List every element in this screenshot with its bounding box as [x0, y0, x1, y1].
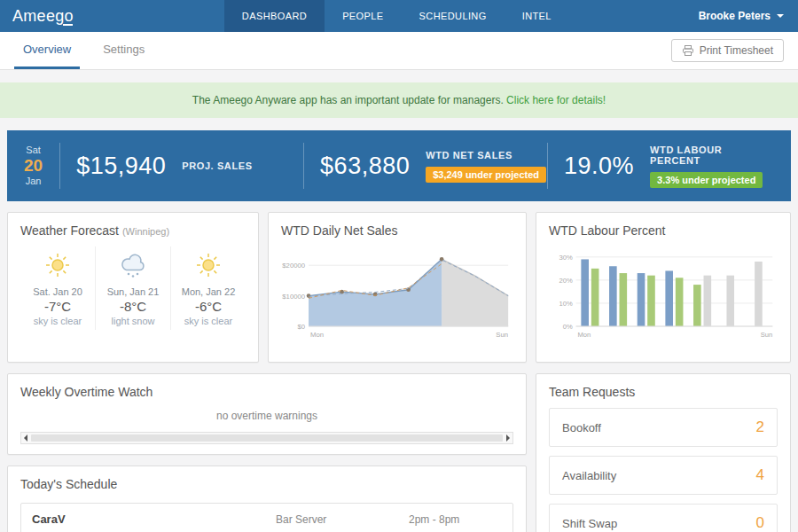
- schedule-row[interactable]: CaraV Bar Server 2pm - 8pm: [20, 503, 513, 532]
- svg-text:20%: 20%: [559, 277, 572, 285]
- banner-text: The Ameego Anyware app has an important …: [192, 94, 504, 106]
- request-label: Shift Swap: [562, 517, 617, 530]
- labour-chart: 0%10%20%30%MonSun: [549, 241, 778, 346]
- tab-settings[interactable]: Settings: [94, 32, 153, 69]
- scrollbar-thumb[interactable]: [31, 434, 503, 442]
- nav-item-people[interactable]: PEOPLE: [325, 0, 401, 32]
- top-navbar: Ameego DASHBOARD PEOPLE SCHEDULING INTEL…: [0, 0, 798, 32]
- svg-text:$20000: $20000: [282, 262, 305, 270]
- date-day: 20: [24, 156, 43, 176]
- banner-details-link[interactable]: Click here for details!: [506, 94, 606, 106]
- net-sales-value: $63,880: [304, 153, 426, 180]
- app-logo[interactable]: Ameego: [0, 0, 86, 32]
- schedule-employee-name: CaraV: [32, 512, 276, 526]
- labour-badge: 3.3% under projected: [650, 172, 763, 188]
- weather-condition: sky is clear: [173, 316, 244, 326]
- request-label: Availability: [562, 469, 616, 482]
- schedule-time: 2pm - 8pm: [409, 513, 502, 526]
- date-weekday: Sat: [24, 145, 43, 156]
- request-count: 2: [756, 419, 764, 436]
- chevron-down-icon: [777, 14, 784, 21]
- labour-card: WTD Labour Percent 0%10%20%30%MonSun: [536, 212, 791, 363]
- weather-grid: Sat. Jan 20 -7°C sky is clear Sun, Jan 2…: [20, 246, 246, 330]
- net-sales-info: WTD NET SALES $3,249 under projected: [426, 150, 546, 183]
- printer-icon: [682, 44, 694, 57]
- user-menu[interactable]: Brooke Peters: [685, 0, 798, 32]
- net-sales-card: WTD Daily Net Sales $0$10000$20000MonSun: [268, 212, 527, 363]
- bottom-row: Weekly Overtime Watch no overtime warnin…: [7, 373, 791, 532]
- snow-cloud-icon: [98, 250, 168, 282]
- svg-text:$0: $0: [298, 323, 306, 331]
- tab-bar: Overview Settings Print Timesheet: [0, 32, 798, 70]
- weather-date: Mon, Jan 22: [173, 286, 244, 297]
- weather-temp: -8°C: [98, 299, 168, 314]
- overtime-scrollbar[interactable]: [20, 432, 513, 444]
- weather-temp: -6°C: [173, 299, 244, 314]
- net-sales-badge: $3,249 under projected: [426, 167, 546, 183]
- team-requests-card: Team Requests Bookoff 2 Availability 4 S…: [536, 373, 791, 532]
- weather-day: Sun, Jan 21 -8°C light snow: [95, 246, 170, 330]
- schedule-card: Today's Schedule CaraV Bar Server 2pm - …: [7, 466, 527, 532]
- request-label: Bookoff: [562, 421, 601, 434]
- proj-sales-segment: $15,940 PROJ. SALES: [60, 153, 303, 180]
- date-month: Jan: [24, 176, 43, 187]
- weather-day: Sat. Jan 20 -7°C sky is clear: [20, 246, 95, 330]
- stats-bar: Sat 20 Jan $15,940 PROJ. SALES $63,880 W…: [7, 130, 791, 201]
- weather-location: (Winnipeg): [122, 226, 169, 237]
- stats-date: Sat 20 Jan: [7, 145, 59, 186]
- weather-title-text: Weather Forecast: [20, 223, 119, 238]
- weather-condition: light snow: [98, 316, 168, 326]
- nav-item-scheduling[interactable]: SCHEDULING: [402, 0, 505, 32]
- weather-temp: -7°C: [22, 299, 93, 314]
- svg-text:0%: 0%: [563, 323, 573, 331]
- weather-condition: sky is clear: [22, 316, 93, 326]
- overtime-title: Weekly Overtime Watch: [20, 385, 513, 399]
- weather-date: Sat. Jan 20: [22, 286, 93, 297]
- net-sales-segment: $63,880 WTD NET SALES $3,249 under proje…: [304, 150, 547, 183]
- labour-info: WTD LABOUR PERCENT 3.3% under projected: [650, 145, 763, 188]
- svg-text:10%: 10%: [559, 300, 572, 308]
- weather-day: Mon, Jan 22 -6°C sky is clear: [170, 246, 246, 330]
- proj-sales-value: $15,940: [60, 153, 182, 180]
- request-row-shift-swap[interactable]: Shift Swap 0: [549, 504, 778, 532]
- svg-text:Mon: Mon: [310, 331, 324, 339]
- tab-overview[interactable]: Overview: [14, 32, 80, 69]
- svg-text:$10000: $10000: [282, 292, 305, 300]
- sun-icon: [173, 250, 244, 282]
- net-sales-chart: $0$10000$20000MonSun: [281, 241, 513, 346]
- print-timesheet-button[interactable]: Print Timesheet: [671, 39, 784, 62]
- scroll-right-arrow[interactable]: [506, 434, 510, 442]
- nav-item-intel[interactable]: INTEL: [505, 0, 569, 32]
- team-requests-title: Team Requests: [549, 385, 778, 399]
- weather-date: Sun, Jan 21: [98, 286, 168, 297]
- nav-item-dashboard[interactable]: DASHBOARD: [224, 0, 325, 32]
- proj-sales-label: PROJ. SALES: [182, 160, 252, 171]
- svg-text:30%: 30%: [559, 254, 572, 262]
- net-sales-chart-title: WTD Daily Net Sales: [281, 223, 513, 238]
- net-sales-label: WTD NET SALES: [426, 150, 546, 160]
- print-timesheet-label: Print Timesheet: [700, 44, 773, 57]
- update-banner: The Ameego Anyware app has an important …: [0, 82, 798, 118]
- labour-label: WTD LABOUR PERCENT: [650, 145, 753, 166]
- svg-text:Sun: Sun: [496, 331, 508, 339]
- cards-row: Weather Forecast (Winnipeg) Sa: [7, 212, 791, 363]
- request-row-availability[interactable]: Availability 4: [549, 456, 778, 495]
- labour-value: 19.0%: [548, 153, 650, 180]
- svg-text:Sun: Sun: [761, 331, 773, 339]
- request-count: 4: [756, 466, 764, 484]
- svg-text:Mon: Mon: [577, 331, 591, 339]
- weather-card: Weather Forecast (Winnipeg) Sa: [7, 212, 259, 363]
- overtime-card: Weekly Overtime Watch no overtime warnin…: [7, 373, 527, 455]
- scroll-left-arrow[interactable]: [24, 434, 27, 442]
- labour-segment: 19.0% WTD LABOUR PERCENT 3.3% under proj…: [548, 145, 791, 188]
- request-count: 0: [756, 514, 764, 532]
- labour-chart-title: WTD Labour Percent: [549, 223, 778, 238]
- bottom-left-column: Weekly Overtime Watch no overtime warnin…: [7, 373, 527, 532]
- weather-title: Weather Forecast (Winnipeg): [20, 223, 246, 238]
- request-row-bookoff[interactable]: Bookoff 2: [549, 408, 778, 447]
- sun-icon: [22, 250, 93, 282]
- schedule-title: Today's Schedule: [20, 477, 513, 491]
- overtime-message: no overtime warnings: [20, 410, 513, 422]
- main-nav: DASHBOARD PEOPLE SCHEDULING INTEL: [224, 0, 569, 32]
- schedule-role: Bar Server: [276, 513, 409, 526]
